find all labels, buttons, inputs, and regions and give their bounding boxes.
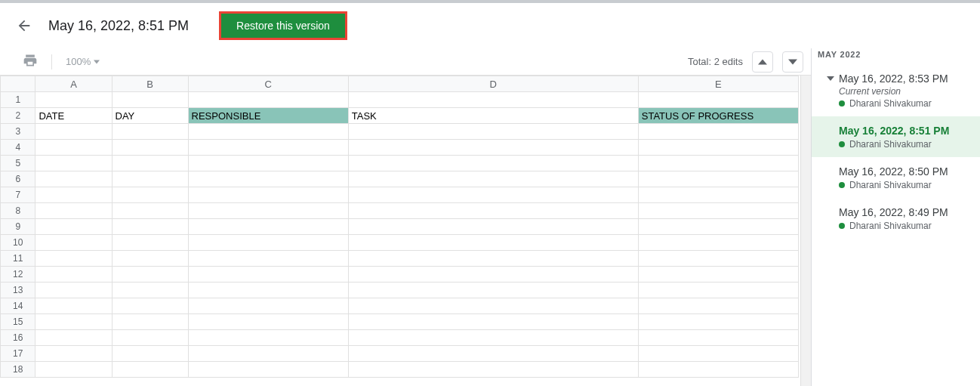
print-icon[interactable] bbox=[23, 53, 38, 71]
cell-E5[interactable] bbox=[638, 156, 798, 171]
cell-E16[interactable] bbox=[638, 330, 798, 346]
corner-cell[interactable] bbox=[1, 76, 35, 92]
cell-A8[interactable] bbox=[35, 203, 112, 219]
cell-E6[interactable] bbox=[638, 171, 798, 187]
cell-C6[interactable] bbox=[188, 171, 348, 187]
cell-B4[interactable] bbox=[112, 140, 188, 156]
cell-B9[interactable] bbox=[112, 219, 188, 235]
version-item-1[interactable]: May 16, 2022, 8:51 PMDharani Shivakumar bbox=[812, 116, 980, 157]
cell-C14[interactable] bbox=[188, 298, 348, 314]
cell-D18[interactable] bbox=[348, 362, 638, 378]
cell-A16[interactable] bbox=[35, 330, 112, 346]
cell-D14[interactable] bbox=[348, 298, 638, 314]
cell-B15[interactable] bbox=[112, 314, 188, 330]
column-header-A[interactable]: A bbox=[35, 76, 112, 92]
cell-E12[interactable] bbox=[638, 267, 798, 283]
cell-A5[interactable] bbox=[35, 156, 112, 171]
cell-E15[interactable] bbox=[638, 314, 798, 330]
cell-B5[interactable] bbox=[112, 156, 188, 171]
cell-C5[interactable] bbox=[188, 156, 348, 171]
version-item-2[interactable]: May 16, 2022, 8:50 PMDharani Shivakumar bbox=[812, 157, 980, 198]
cell-B18[interactable] bbox=[112, 362, 188, 378]
spreadsheet-grid[interactable]: ABCDE12DATEDAYRESPONSIBLETASKSTATUS OF P… bbox=[0, 76, 799, 378]
cell-C15[interactable] bbox=[188, 314, 348, 330]
cell-C12[interactable] bbox=[188, 267, 348, 283]
cell-A15[interactable] bbox=[35, 314, 112, 330]
cell-A17[interactable] bbox=[35, 346, 112, 362]
cell-D2[interactable]: TASK bbox=[348, 108, 638, 124]
column-header-B[interactable]: B bbox=[112, 76, 188, 92]
row-header-5[interactable]: 5 bbox=[1, 156, 35, 171]
row-header-12[interactable]: 12 bbox=[1, 267, 35, 283]
cell-D1[interactable] bbox=[348, 92, 638, 108]
cell-A3[interactable] bbox=[35, 124, 112, 140]
row-header-14[interactable]: 14 bbox=[1, 298, 35, 314]
cell-E4[interactable] bbox=[638, 140, 798, 156]
cell-C4[interactable] bbox=[188, 140, 348, 156]
cell-C10[interactable] bbox=[188, 235, 348, 251]
row-header-2[interactable]: 2 bbox=[1, 108, 35, 124]
cell-D15[interactable] bbox=[348, 314, 638, 330]
cell-A7[interactable] bbox=[35, 187, 112, 203]
cell-D8[interactable] bbox=[348, 203, 638, 219]
cell-C2[interactable]: RESPONSIBLE bbox=[188, 108, 348, 124]
cell-B6[interactable] bbox=[112, 171, 188, 187]
cell-D4[interactable] bbox=[348, 140, 638, 156]
cell-E2[interactable]: STATUS OF PROGRESS bbox=[638, 108, 798, 124]
cell-E8[interactable] bbox=[638, 203, 798, 219]
cell-B16[interactable] bbox=[112, 330, 188, 346]
cell-D3[interactable] bbox=[348, 124, 638, 140]
cell-A11[interactable] bbox=[35, 251, 112, 267]
row-header-11[interactable]: 11 bbox=[1, 251, 35, 267]
cell-B2[interactable]: DAY bbox=[112, 108, 188, 124]
cell-C11[interactable] bbox=[188, 251, 348, 267]
cell-A13[interactable] bbox=[35, 283, 112, 298]
cell-B1[interactable] bbox=[112, 92, 188, 108]
cell-C7[interactable] bbox=[188, 187, 348, 203]
row-header-9[interactable]: 9 bbox=[1, 219, 35, 235]
cell-B10[interactable] bbox=[112, 235, 188, 251]
cell-B7[interactable] bbox=[112, 187, 188, 203]
zoom-select[interactable]: 100% bbox=[66, 56, 100, 67]
cell-D5[interactable] bbox=[348, 156, 638, 171]
cell-B14[interactable] bbox=[112, 298, 188, 314]
cell-E17[interactable] bbox=[638, 346, 798, 362]
cell-D6[interactable] bbox=[348, 171, 638, 187]
row-header-7[interactable]: 7 bbox=[1, 187, 35, 203]
row-header-1[interactable]: 1 bbox=[1, 92, 35, 108]
row-header-10[interactable]: 10 bbox=[1, 235, 35, 251]
cell-C13[interactable] bbox=[188, 283, 348, 298]
cell-E14[interactable] bbox=[638, 298, 798, 314]
cell-B8[interactable] bbox=[112, 203, 188, 219]
version-item-0[interactable]: May 16, 2022, 8:53 PMCurrent versionDhar… bbox=[812, 65, 980, 116]
cell-E1[interactable] bbox=[638, 92, 798, 108]
cell-D12[interactable] bbox=[348, 267, 638, 283]
version-item-3[interactable]: May 16, 2022, 8:49 PMDharani Shivakumar bbox=[812, 198, 980, 239]
cell-B11[interactable] bbox=[112, 251, 188, 267]
cell-C18[interactable] bbox=[188, 362, 348, 378]
cell-A2[interactable]: DATE bbox=[35, 108, 112, 124]
row-header-13[interactable]: 13 bbox=[1, 283, 35, 298]
vertical-scrollbar[interactable] bbox=[800, 76, 811, 386]
cell-A10[interactable] bbox=[35, 235, 112, 251]
cell-A18[interactable] bbox=[35, 362, 112, 378]
cell-C17[interactable] bbox=[188, 346, 348, 362]
cell-A4[interactable] bbox=[35, 140, 112, 156]
cell-D9[interactable] bbox=[348, 219, 638, 235]
prev-edit-button[interactable] bbox=[752, 51, 773, 73]
cell-D11[interactable] bbox=[348, 251, 638, 267]
column-header-D[interactable]: D bbox=[348, 76, 638, 92]
cell-C9[interactable] bbox=[188, 219, 348, 235]
row-header-8[interactable]: 8 bbox=[1, 203, 35, 219]
row-header-17[interactable]: 17 bbox=[1, 346, 35, 362]
cell-B17[interactable] bbox=[112, 346, 188, 362]
row-header-6[interactable]: 6 bbox=[1, 171, 35, 187]
cell-D7[interactable] bbox=[348, 187, 638, 203]
cell-C16[interactable] bbox=[188, 330, 348, 346]
cell-C8[interactable] bbox=[188, 203, 348, 219]
cell-C3[interactable] bbox=[188, 124, 348, 140]
cell-A6[interactable] bbox=[35, 171, 112, 187]
cell-E10[interactable] bbox=[638, 235, 798, 251]
cell-E7[interactable] bbox=[638, 187, 798, 203]
row-header-18[interactable]: 18 bbox=[1, 362, 35, 378]
